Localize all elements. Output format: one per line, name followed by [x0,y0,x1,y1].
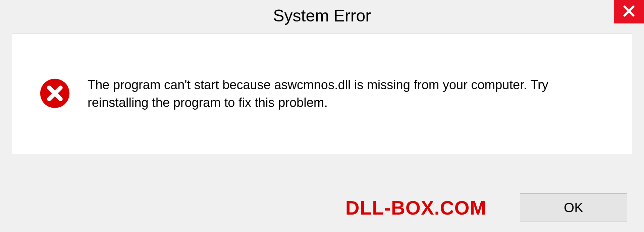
error-message: The program can't start because aswcmnos… [88,76,612,112]
content-panel: The program can't start because aswcmnos… [12,34,632,154]
brand-label: DLL-BOX.COM [345,196,486,219]
dialog-footer: DLL-BOX.COM OK [0,193,644,222]
close-button[interactable] [614,0,644,23]
dialog-title: System Error [273,6,371,25]
titlebar: System Error [0,0,644,34]
ok-button[interactable]: OK [520,193,627,222]
close-icon [623,5,635,19]
error-icon [39,77,71,111]
